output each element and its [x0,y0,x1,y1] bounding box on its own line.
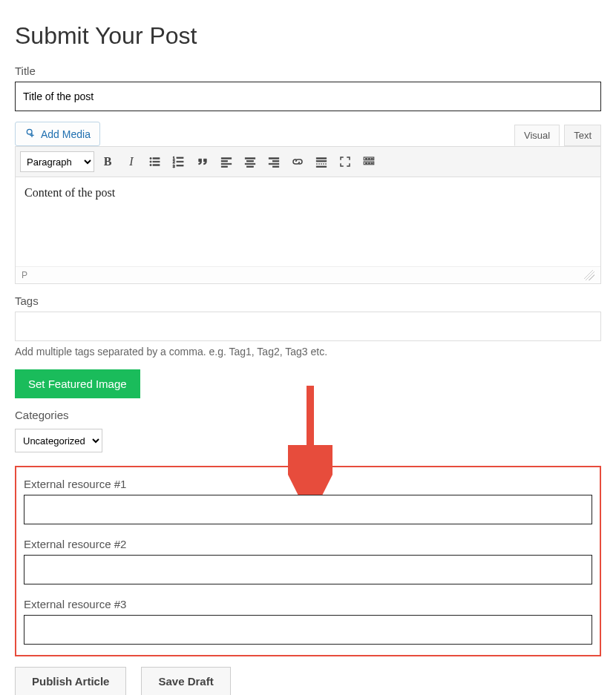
numbered-list-button[interactable]: 123 [168,151,189,172]
svg-rect-23 [273,166,279,168]
svg-rect-19 [247,166,254,168]
svg-rect-18 [245,163,255,165]
svg-rect-14 [221,163,232,165]
add-media-label: Add Media [41,128,91,140]
categories-select[interactable]: Uncategorized [15,429,102,452]
italic-button[interactable]: I [121,151,142,172]
svg-rect-1 [153,158,160,159]
insert-more-button[interactable] [311,151,332,172]
bullet-list-button[interactable] [145,151,166,172]
svg-rect-20 [269,158,279,159]
title-label: Title [15,65,601,77]
editor: Paragraph B I 123 [15,146,601,284]
svg-rect-30 [371,159,373,159]
svg-rect-24 [316,158,327,159]
svg-rect-11 [177,165,183,167]
publish-button[interactable]: Publish Article [15,667,126,695]
svg-rect-17 [247,161,254,162]
categories-label: Categories [15,409,601,421]
page-title: Submit Your Post [15,22,601,50]
external-2-input[interactable] [24,555,592,584]
svg-rect-12 [221,158,232,159]
link-button[interactable] [287,151,308,172]
editor-status-path: P [22,270,27,280]
editor-content[interactable]: Content of the post [16,177,600,266]
resize-handle-icon[interactable] [584,270,594,280]
external-resources-highlight: External resource #1 External resource #… [15,466,601,656]
svg-point-2 [150,161,151,162]
media-icon [24,127,36,141]
external-1-input[interactable] [24,495,592,524]
external-2-label: External resource #2 [24,538,592,550]
align-left-button[interactable] [216,151,237,172]
add-media-button[interactable]: Add Media [15,122,100,146]
svg-rect-25 [316,161,327,162]
toolbar-toggle-button[interactable] [358,151,379,172]
svg-rect-5 [153,165,160,166]
tab-text[interactable]: Text [564,125,601,146]
svg-rect-28 [366,159,367,159]
set-featured-image-button[interactable]: Set Featured Image [15,369,140,398]
svg-rect-34 [371,163,373,164]
svg-point-4 [150,164,151,165]
blockquote-button[interactable] [192,151,213,172]
svg-rect-9 [177,161,183,162]
svg-rect-22 [269,163,279,165]
svg-rect-15 [221,166,227,168]
svg-rect-32 [366,163,367,164]
external-1-label: External resource #1 [24,478,592,490]
title-input[interactable] [15,82,601,111]
svg-rect-33 [368,163,370,164]
external-3-input[interactable] [24,615,592,645]
editor-toolbar: Paragraph B I 123 [16,147,600,177]
svg-rect-3 [153,161,160,162]
svg-rect-13 [221,161,227,162]
external-3-label: External resource #3 [24,598,592,610]
tags-help: Add multiple tags separated by a comma. … [15,346,601,358]
bold-button[interactable]: B [97,151,118,172]
format-select[interactable]: Paragraph [20,151,94,172]
svg-point-0 [150,157,151,159]
svg-text:3: 3 [173,164,175,168]
svg-rect-16 [245,158,255,159]
fullscreen-button[interactable] [335,151,355,172]
svg-rect-26 [316,166,327,168]
align-center-button[interactable] [240,151,261,172]
svg-rect-21 [273,161,279,162]
svg-rect-29 [368,159,370,159]
svg-rect-7 [177,157,183,159]
save-draft-button[interactable]: Save Draft [141,667,230,695]
align-right-button[interactable] [263,151,284,172]
tags-input[interactable] [15,312,601,341]
tags-label: Tags [15,294,601,307]
tab-visual[interactable]: Visual [514,125,560,146]
